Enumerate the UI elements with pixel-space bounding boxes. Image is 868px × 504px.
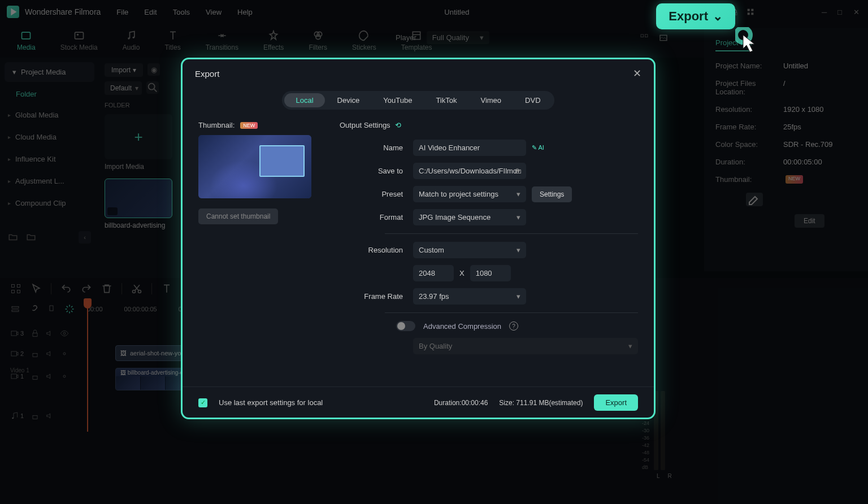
tab-vimeo[interactable]: Vimeo <box>469 93 513 107</box>
format-label: Format <box>340 213 413 221</box>
x-label: X <box>459 269 465 277</box>
folder-icon: 🗀 <box>514 167 522 175</box>
dialog-title: Export <box>195 69 219 79</box>
name-label: Name <box>340 144 413 152</box>
tab-local[interactable]: Local <box>284 93 324 107</box>
thumbnail-label: Thumbnail: <box>198 121 235 129</box>
tab-dvd[interactable]: DVD <box>514 93 552 107</box>
frame-rate-dropdown[interactable]: 23.97 fps <box>413 288 526 305</box>
settings-button[interactable]: Settings <box>532 186 572 202</box>
cursor-icon <box>735 27 758 55</box>
name-input[interactable] <box>413 140 526 156</box>
export-confirm-button[interactable]: Export <box>594 394 638 411</box>
dialog-close-icon[interactable]: ✕ <box>633 67 641 80</box>
refresh-icon[interactable]: ⟲ <box>395 121 401 129</box>
format-dropdown[interactable]: JPG Image Sequence <box>413 209 526 225</box>
resolution-label: Resolution <box>340 246 413 254</box>
export-button-highlight[interactable]: Export ⌄ <box>656 3 735 29</box>
tab-youtube[interactable]: YouTube <box>372 93 423 107</box>
chevron-down-icon: ⌄ <box>713 9 723 24</box>
help-icon[interactable]: ? <box>509 321 518 331</box>
output-settings-label: Output Settings <box>340 121 390 129</box>
tab-device[interactable]: Device <box>326 93 371 107</box>
ai-badge-icon[interactable]: ✎ AI <box>532 144 544 151</box>
by-quality-dropdown: By Quality <box>413 338 638 354</box>
cannot-set-thumbnail-button[interactable]: Cannot set thumbnail <box>198 208 278 224</box>
duration-info: Duration:00:00:46 <box>434 399 488 407</box>
export-dialog: Export ✕ Local Device YouTube TikTok Vim… <box>181 58 656 419</box>
resolution-dropdown[interactable]: Custom <box>413 242 526 258</box>
width-input[interactable] <box>413 265 454 281</box>
new-badge: NEW <box>240 122 258 129</box>
advanced-compression-toggle[interactable] <box>396 321 415 331</box>
preset-label: Preset <box>340 190 413 198</box>
use-last-settings-checkbox[interactable]: ✓ <box>198 398 207 407</box>
preset-dropdown[interactable]: Match to project settings <box>413 186 526 202</box>
use-last-settings-label: Use last export settings for local <box>219 398 323 407</box>
save-to-field[interactable]: C:/Users/ws/Downloads/FIlmo🗀 <box>413 163 526 179</box>
height-input[interactable] <box>470 265 511 281</box>
thumbnail-preview[interactable] <box>198 135 311 198</box>
dialog-tabs: Local Device YouTube TikTok Vimeo DVD <box>183 91 654 110</box>
size-info: Size: 711.91 MB(estimated) <box>499 399 583 407</box>
frame-rate-label: Frame Rate <box>340 292 413 301</box>
save-to-label: Save to <box>340 167 413 175</box>
advanced-compression-label: Advanced Compression <box>423 322 501 331</box>
tab-tiktok[interactable]: TikTok <box>424 93 468 107</box>
